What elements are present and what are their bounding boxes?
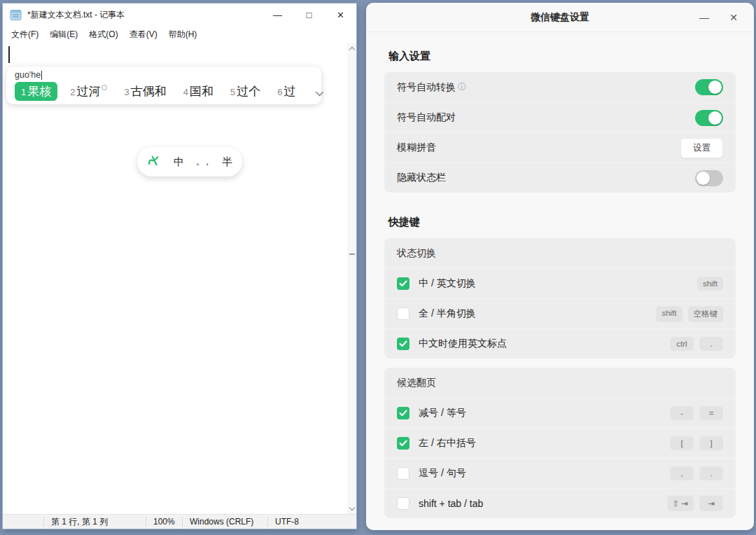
menu-view[interactable]: 查看(V) <box>124 27 163 43</box>
notepad-titlebar: *新建文本文档.txt - 记事本 — □ ✕ <box>3 4 356 26</box>
row-label: 左 / 右中括号 <box>419 437 476 450</box>
candidate-row: 1 果核 2 过河 3 古偶和 4 国和 5 过个 <box>15 82 313 101</box>
candidate-4[interactable]: 4 国和 <box>183 83 214 99</box>
row-symbol-auto-convert: 符号自动转换 ⓘ <box>384 72 736 102</box>
checkbox-full-half-switch[interactable] <box>397 307 410 320</box>
checkbox-cn-en-switch[interactable] <box>397 277 410 290</box>
ime-candidate-window: guo'he 1 果核 2 过河 3 古偶和 4 国和 <box>6 67 321 104</box>
close-button[interactable]: ✕ <box>325 4 356 26</box>
scroll-up-icon[interactable] <box>349 47 354 53</box>
row-symbol-auto-pair: 符号自动配对 <box>384 102 736 132</box>
candidate-text: 国和 <box>190 83 214 99</box>
row-brackets: 左 / 右中括号 [ ] <box>384 428 736 458</box>
menu-edit[interactable]: 编辑(E) <box>44 27 83 43</box>
group-candidate-paging: 候选翻页 <box>384 368 736 398</box>
row-hide-statusbar: 隐藏状态栏 <box>384 162 736 193</box>
pinyin-caret <box>41 71 42 80</box>
row-shift-tab: shift + tab / tab ⇧ ⇥ ⇥ <box>384 488 736 518</box>
checkbox-comma-period[interactable] <box>397 467 410 480</box>
section-shortcuts: 快捷键 <box>388 216 732 229</box>
row-english-punct-in-chinese: 中文时使用英文标点 ctrl . <box>384 328 736 359</box>
key-badge: , <box>670 466 694 480</box>
pinyin-preedit: guo'he <box>15 70 313 80</box>
key-badge-tab-icon: ⇥ <box>699 496 723 511</box>
candidate-text: 古偶和 <box>131 83 167 99</box>
candidate-index: 6 <box>277 87 282 97</box>
key-badge: shift <box>656 306 682 322</box>
notepad-icon <box>10 9 22 21</box>
checkbox-brackets[interactable] <box>397 437 410 450</box>
notepad-menubar: 文件(F) 编辑(E) 格式(O) 查看(V) 帮助(H) <box>3 26 356 43</box>
candidate-paging-card: 候选翻页 减号 / 等号 - = 左 / 右中括号 [ <box>384 368 736 518</box>
fuzzy-pinyin-settings-button[interactable]: 设置 <box>680 138 723 158</box>
candidate-text: 过河 <box>76 83 100 99</box>
checkbox-minus-equal[interactable] <box>397 407 410 419</box>
row-label: 减号 / 等号 <box>419 407 466 419</box>
settings-window-controls: — ✕ <box>690 3 748 32</box>
notepad-edit-area[interactable]: guo'he 1 果核 2 过河 3 古偶和 4 国和 <box>3 43 356 514</box>
row-label: 隐藏状态栏 <box>397 172 446 184</box>
key-badge: - <box>670 406 694 420</box>
candidate-5[interactable]: 5 过个 <box>230 83 260 99</box>
row-label: 模糊拼音 <box>397 141 436 154</box>
vertical-scrollbar[interactable] <box>347 43 356 514</box>
candidate-index: 4 <box>183 87 188 97</box>
key-badge: = <box>699 406 723 420</box>
text-caret <box>8 46 10 63</box>
wechat-keyboard-settings-window: 微信键盘设置 — ✕ 输入设置 符号自动转换 ⓘ 符号自动配对 模糊拼音 设置 <box>366 3 754 530</box>
candidate-2[interactable]: 2 过河 <box>70 83 107 99</box>
row-label: shift + tab / tab <box>419 498 483 509</box>
scrollbar-thumb[interactable] <box>349 253 355 255</box>
ime-punctuation-mode[interactable]: 。， <box>196 156 210 168</box>
checkbox-shift-tab[interactable] <box>397 497 410 510</box>
minimize-button[interactable]: — <box>690 3 719 32</box>
candidate-index: 3 <box>124 87 129 97</box>
scroll-down-icon[interactable] <box>349 505 354 510</box>
candidate-3[interactable]: 3 古偶和 <box>124 83 166 99</box>
row-label: 中 / 英文切换 <box>419 277 476 290</box>
row-label: 中文时使用英文标点 <box>419 338 507 350</box>
minimize-button[interactable]: — <box>262 4 293 26</box>
key-badge: ] <box>699 436 723 450</box>
pinyin-text: guo'he <box>15 70 41 80</box>
menu-help[interactable]: 帮助(H) <box>163 27 203 43</box>
statusbar-spacer <box>3 517 43 527</box>
notepad-window: *新建文本文档.txt - 记事本 — □ ✕ 文件(F) 编辑(E) 格式(O… <box>2 3 357 529</box>
row-label: 符号自动配对 <box>397 111 456 124</box>
encoding: UTF-8 <box>267 517 328 527</box>
chevron-down-icon[interactable] <box>312 84 327 99</box>
row-full-half-switch: 全 / 半角切换 shift 空格键 <box>384 298 736 328</box>
info-icon[interactable]: ⓘ <box>458 81 466 93</box>
wechat-keyboard-logo-icon <box>147 153 162 171</box>
candidate-text: 果核 <box>27 83 51 99</box>
cloud-candidate-icon <box>102 85 107 90</box>
ime-status-bar[interactable]: 中 。， 半 <box>137 147 242 176</box>
candidate-6[interactable]: 6 过 <box>277 83 295 99</box>
checkbox-english-punct[interactable] <box>397 338 410 350</box>
row-comma-period: 逗号 / 句号 , . <box>384 458 736 488</box>
key-badge-shift-tab-icon: ⇧ ⇥ <box>667 496 694 511</box>
notepad-window-controls: — □ ✕ <box>262 4 356 26</box>
maximize-button[interactable]: □ <box>293 4 325 26</box>
toggle-symbol-auto-pair[interactable] <box>695 110 723 126</box>
candidate-index: 5 <box>230 87 235 97</box>
menu-file[interactable]: 文件(F) <box>6 27 44 43</box>
toggle-hide-statusbar[interactable] <box>695 170 723 186</box>
ime-mode-chinese[interactable]: 中 <box>174 155 184 169</box>
status-switch-card: 状态切换 中 / 英文切换 shift 全 / 半角切换 shift 空格 <box>384 238 736 359</box>
close-button[interactable]: ✕ <box>719 3 748 32</box>
toggle-symbol-auto-convert[interactable] <box>695 79 723 95</box>
key-badge: 空格键 <box>688 306 724 322</box>
ime-halfwidth-mode[interactable]: 半 <box>222 155 232 169</box>
row-label: 逗号 / 句号 <box>419 467 466 480</box>
candidate-index: 2 <box>70 87 75 97</box>
key-badge: ctrl <box>670 337 694 351</box>
zoom-level: 100% <box>146 517 182 527</box>
settings-body: 输入设置 符号自动转换 ⓘ 符号自动配对 模糊拼音 设置 隐藏状态栏 <box>366 50 754 518</box>
group-status-switch: 状态切换 <box>384 238 736 268</box>
candidate-text: 过 <box>284 83 295 99</box>
input-settings-card: 符号自动转换 ⓘ 符号自动配对 模糊拼音 设置 隐藏状态栏 <box>384 72 736 193</box>
notepad-title: *新建文本文档.txt - 记事本 <box>27 9 262 21</box>
menu-format[interactable]: 格式(O) <box>83 27 123 43</box>
candidate-1[interactable]: 1 果核 <box>15 82 57 101</box>
